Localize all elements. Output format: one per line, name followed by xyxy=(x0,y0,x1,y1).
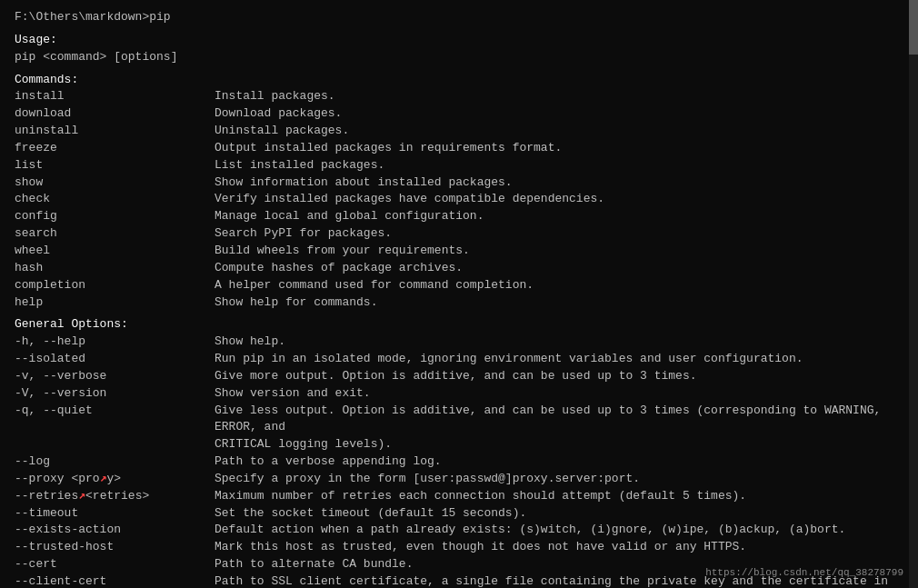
opt-name: --client-cert xyxy=(15,573,215,588)
list-item: freezeOutput installed packages in requi… xyxy=(15,140,903,157)
terminal-window: F:\Others\markdown>pip Usage: pip <comma… xyxy=(0,0,918,588)
opt-name: --trusted-host xyxy=(15,539,215,556)
cmd-name: search xyxy=(15,225,215,243)
list-item: -h, --helpShow help. xyxy=(15,334,903,351)
opt-desc: Set the socket timeout (default 15 secon… xyxy=(215,505,903,523)
cmd-desc: Show information about installed package… xyxy=(215,174,903,192)
opt-desc: Give less output. Option is additive, an… xyxy=(215,403,903,437)
opt-name: -q, --quiet xyxy=(15,403,215,437)
opt-name: -V, --version xyxy=(15,385,215,403)
usage-header: Usage: xyxy=(15,33,57,46)
opt-desc: Give more output. Option is additive, an… xyxy=(215,368,903,385)
list-item: showShow information about installed pac… xyxy=(15,174,903,192)
cmd-desc: Output installed packages in requirement… xyxy=(215,140,903,157)
prompt-line: F:\Others\markdown>pip xyxy=(15,9,903,26)
cmd-desc: List installed packages. xyxy=(215,157,903,174)
general-options-label: General Options: xyxy=(15,317,128,331)
opt-name xyxy=(15,436,215,453)
cmd-desc: Search PyPI for packages. xyxy=(215,225,903,243)
list-item: hashCompute hashes of package archives. xyxy=(15,260,903,277)
list-item: --exists-action Default action when a pa… xyxy=(15,522,903,539)
list-item: --retries↗<retries>Maximum number of ret… xyxy=(15,488,903,505)
cmd-name: list xyxy=(15,157,215,174)
list-item: --proxy <pro↗y>Specify a proxy in the fo… xyxy=(15,471,903,488)
list-item: checkVerify installed packages have comp… xyxy=(15,191,903,208)
usage-label: Usage: xyxy=(15,32,903,49)
list-item: searchSearch PyPI for packages. xyxy=(15,225,903,243)
cmd-name: wheel xyxy=(15,243,215,260)
cmd-name: hash xyxy=(15,260,215,277)
scrollbar[interactable] xyxy=(909,0,918,588)
opt-name: -v, --verbose xyxy=(15,368,215,385)
cmd-desc: Show help for commands. xyxy=(215,294,903,312)
cmd-name: download xyxy=(15,105,215,123)
cmd-name: install xyxy=(15,88,215,105)
options-list: -h, --helpShow help. --isolatedRun pip i… xyxy=(15,334,903,588)
cmd-desc: Download packages. xyxy=(215,105,903,123)
list-item: --trusted-host Mark this host as trusted… xyxy=(15,539,903,556)
opt-desc: Run pip in an isolated mode, ignoring en… xyxy=(215,351,903,368)
list-item: downloadDownload packages. xyxy=(15,105,903,123)
opt-desc: Mark this host as trusted, even though i… xyxy=(215,539,903,556)
opt-name: -h, --help xyxy=(15,334,215,351)
cmd-name: config xyxy=(15,208,215,225)
cmd-desc: Verify installed packages have compatibl… xyxy=(215,191,903,208)
watermark: https://blog.csdn.net/qq_38278799 xyxy=(705,566,903,581)
cmd-name: completion xyxy=(15,277,215,294)
list-item: -q, --quietGive less output. Option is a… xyxy=(15,403,903,437)
cmd-desc: Install packages. xyxy=(215,88,903,105)
cmd-name: check xyxy=(15,191,215,208)
opt-name: --log xyxy=(15,453,215,471)
cmd-name: show xyxy=(15,174,215,192)
cmd-desc: Compute hashes of package archives. xyxy=(215,260,903,277)
opt-desc: Maximum number of retries each connectio… xyxy=(215,488,903,505)
list-item: -v, --verboseGive more output. Option is… xyxy=(15,368,903,385)
opt-desc: Specify a proxy in the form [user:passwd… xyxy=(215,471,903,488)
list-item: --log Path to a verbose appending log. xyxy=(15,453,903,471)
opt-desc: Default action when a path already exist… xyxy=(215,522,903,539)
list-item: listList installed packages. xyxy=(15,157,903,174)
cmd-name: freeze xyxy=(15,140,215,157)
opt-name: --timeout xyxy=(15,505,215,523)
usage-command: pip <command> [options] xyxy=(15,50,177,64)
list-item: installInstall packages. xyxy=(15,88,903,105)
opt-name: --cert xyxy=(15,556,215,573)
opt-desc: CRITICAL logging levels). xyxy=(215,436,903,453)
list-item: uninstallUninstall packages. xyxy=(15,123,903,140)
cmd-desc: Build wheels from your requirements. xyxy=(215,243,903,260)
opt-desc: Show help. xyxy=(215,334,903,351)
list-item: -V, --versionShow version and exit. xyxy=(15,385,903,403)
opt-name: --isolated xyxy=(15,351,215,368)
general-options-header: General Options: xyxy=(15,316,903,334)
list-item: wheelBuild wheels from your requirements… xyxy=(15,243,903,260)
list-item: completionA helper command used for comm… xyxy=(15,277,903,294)
cmd-name: uninstall xyxy=(15,123,215,140)
usage-cmd: pip <command> [options] xyxy=(15,49,903,66)
opt-desc: Show version and exit. xyxy=(215,385,903,403)
scrollbar-thumb[interactable] xyxy=(909,0,918,55)
commands-list: installInstall packages. downloadDownloa… xyxy=(15,88,903,311)
list-item: --isolatedRun pip in an isolated mode, i… xyxy=(15,351,903,368)
cmd-name: help xyxy=(15,294,215,312)
commands-header: Commands: xyxy=(15,72,903,89)
opt-name: --exists-action xyxy=(15,522,215,539)
opt-name: --retries↗<retries> xyxy=(15,488,215,505)
cmd-desc: Uninstall packages. xyxy=(215,123,903,140)
list-item: helpShow help for commands. xyxy=(15,294,903,312)
cmd-desc: Manage local and global configuration. xyxy=(215,208,903,225)
prompt: F:\Others\markdown>pip xyxy=(15,10,171,24)
opt-name: --proxy <pro↗y> xyxy=(15,471,215,488)
list-item: --timeout Set the socket timeout (defaul… xyxy=(15,505,903,523)
list-item: configManage local and global configurat… xyxy=(15,208,903,225)
cmd-desc: A helper command used for command comple… xyxy=(215,277,903,294)
opt-desc: Path to a verbose appending log. xyxy=(215,453,903,471)
list-item: CRITICAL logging levels). xyxy=(15,436,903,453)
commands-label: Commands: xyxy=(15,73,78,86)
